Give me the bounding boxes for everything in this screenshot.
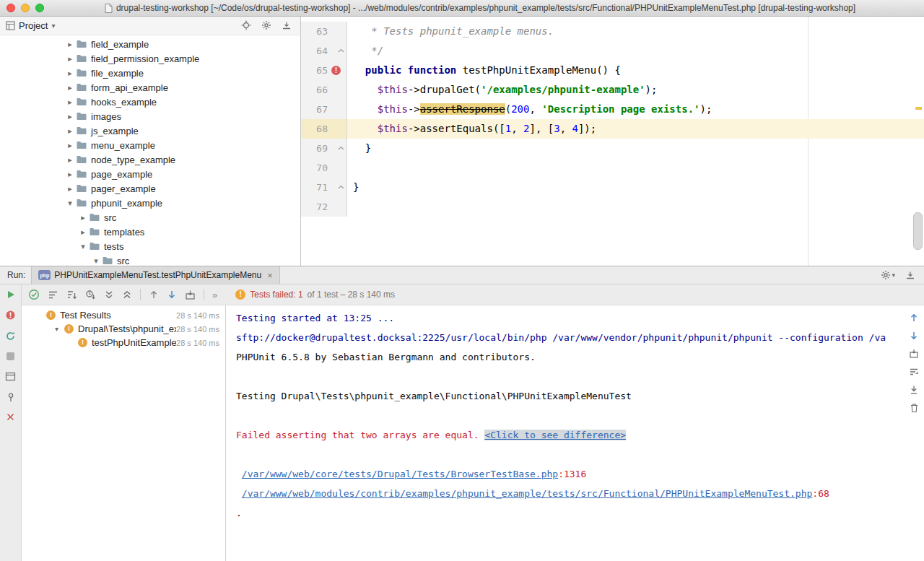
project-tree-item[interactable]: ▸js_example [0, 123, 300, 138]
export-console-icon[interactable] [909, 349, 919, 359]
toggle-auto-test-button[interactable] [5, 331, 16, 342]
code-text[interactable]: * Tests phpunit_example menus. [347, 22, 924, 41]
chevron-right-icon[interactable]: ▸ [65, 167, 75, 181]
console-link[interactable]: /var/www/web/modules/contrib/examples/ph… [242, 488, 813, 499]
project-tree-item[interactable]: ▾phpunit_example [0, 196, 300, 210]
zoom-window-button[interactable] [35, 4, 44, 12]
soft-wrap-icon[interactable] [909, 367, 919, 377]
code-line[interactable]: 65! public function testPhpUnitExampleMe… [301, 61, 924, 80]
code-text[interactable]: $this->assertEquals([1, 2], [3, 4]); [347, 119, 924, 139]
project-tree-item[interactable]: ▸field_permission_example [0, 51, 300, 66]
code-text[interactable] [347, 197, 924, 217]
next-failed-test-icon[interactable] [167, 290, 177, 300]
close-window-button[interactable] [6, 4, 15, 12]
warning-stripe-mark[interactable] [915, 107, 922, 110]
project-tree-item[interactable]: ▸file_example [0, 66, 300, 80]
project-tree-item[interactable]: ▸menu_example [0, 138, 300, 152]
restore-layout-button[interactable] [5, 371, 16, 382]
up-the-stack-trace-icon[interactable] [909, 313, 919, 323]
console-link[interactable]: <Click to see difference> [484, 430, 626, 440]
code-text[interactable]: public function testPhpUnitExampleMenu()… [347, 61, 924, 80]
project-tree-item[interactable]: ▸src [0, 210, 300, 225]
project-tree-item[interactable]: ▾tests [0, 239, 300, 253]
project-tree-item[interactable]: ▸form_api_example [0, 80, 300, 95]
code-text[interactable] [347, 158, 924, 178]
chevron-right-icon[interactable]: ▸ [65, 109, 75, 123]
project-tool-window-header[interactable]: Project ▾ [0, 16, 300, 35]
chevron-down-icon[interactable]: ▾ [78, 239, 88, 253]
import-test-results-icon[interactable] [185, 290, 196, 300]
show-ignored-icon[interactable] [48, 290, 58, 300]
chevron-down-icon[interactable]: ▾ [91, 253, 101, 266]
fold-marker-icon[interactable] [338, 146, 344, 150]
chevron-right-icon[interactable]: ▸ [78, 210, 88, 225]
rerun-failed-tests-button[interactable] [5, 310, 16, 321]
chevron-right-icon[interactable]: ▸ [65, 138, 75, 152]
chevron-right-icon[interactable]: ▸ [65, 37, 75, 51]
console-link[interactable]: /var/www/web/core/tests/Drupal/Tests/Bro… [242, 469, 558, 479]
sort-alphabetically-icon[interactable] [66, 290, 77, 300]
expand-all-icon[interactable] [104, 290, 114, 300]
clear-all-icon[interactable] [910, 403, 919, 413]
project-tree-item[interactable]: ▸templates [0, 225, 300, 239]
hide-passed-icon[interactable] [28, 289, 40, 300]
code-line[interactable]: 72 [301, 197, 924, 217]
test-tree-item[interactable]: !testPhpUnitExampleM28 s 140 ms [22, 336, 225, 349]
code-line[interactable]: 64 */ [301, 41, 924, 61]
sort-by-duration-icon[interactable] [85, 290, 96, 300]
chevron-right-icon[interactable]: ▸ [65, 123, 75, 138]
chevron-right-icon[interactable]: ▸ [65, 181, 75, 196]
rerun-button[interactable] [6, 290, 16, 300]
code-text[interactable]: } [347, 178, 924, 197]
close-panel-button[interactable] [6, 412, 15, 422]
chevron-right-icon[interactable]: ▸ [65, 95, 75, 109]
test-failed-gutter-icon[interactable]: ! [331, 66, 341, 75]
code-line[interactable]: 69 } [301, 139, 924, 158]
collapse-all-icon[interactable] [122, 290, 132, 300]
fold-marker-icon[interactable] [338, 48, 344, 53]
chevron-right-icon[interactable]: ▸ [65, 152, 75, 167]
code-text[interactable]: $this->drupalGet('/examples/phpunit-exam… [347, 80, 924, 100]
chevron-down-icon[interactable]: ▾ [51, 22, 55, 30]
fold-marker-icon[interactable] [338, 185, 344, 189]
code-line[interactable]: 71} [301, 178, 924, 197]
stop-button[interactable] [6, 352, 15, 361]
chevron-right-icon[interactable]: ▸ [78, 225, 88, 239]
pin-tab-button[interactable] [6, 392, 16, 402]
close-tab-icon[interactable]: × [267, 270, 273, 281]
code-text[interactable]: $this->assertResponse(200, 'Description … [347, 100, 924, 119]
gear-icon[interactable] [261, 20, 271, 30]
project-tree-item[interactable]: ▾src [0, 253, 300, 266]
code-line[interactable]: 63 * Tests phpunit_example menus. [301, 22, 924, 41]
chevron-right-icon[interactable]: ▸ [65, 51, 75, 66]
hide-panel-icon[interactable] [282, 20, 292, 30]
scroll-to-end-icon[interactable] [909, 385, 919, 395]
project-tree-item[interactable]: ▸field_example [0, 37, 300, 51]
code-text[interactable]: */ [347, 41, 924, 61]
chevron-right-icon[interactable]: ▸ [65, 80, 75, 95]
down-the-stack-trace-icon[interactable] [909, 331, 919, 341]
minimize-window-button[interactable] [21, 4, 30, 12]
toolbar-overflow-icon[interactable]: » [212, 290, 217, 300]
editor-scrollbar[interactable] [913, 212, 923, 250]
chevron-down-icon[interactable]: ▾ [65, 196, 75, 210]
code-line[interactable]: 66 $this->drupalGet('/examples/phpunit-e… [301, 80, 924, 100]
code-line[interactable]: 67 $this->assertResponse(200, 'Descripti… [301, 100, 924, 119]
project-tree-item[interactable]: ▸node_type_example [0, 152, 300, 167]
test-tree-item[interactable]: !Test Results28 s 140 ms [22, 308, 225, 322]
code-editor[interactable]: 63 * Tests phpunit_example menus.64 */65… [301, 16, 924, 266]
chevron-down-icon[interactable]: ▾ [55, 325, 64, 333]
project-tree-item[interactable]: ▸images [0, 109, 300, 123]
code-line[interactable]: 68 $this->assertEquals([1, 2], [3, 4]); [301, 119, 924, 139]
test-tree-item[interactable]: ▾!Drupal\Tests\phpunit_ex28 s 140 ms [22, 322, 225, 336]
console-output[interactable]: Testing started at 13:25 ...sftp://docke… [226, 305, 904, 561]
previous-failed-test-icon[interactable] [149, 290, 159, 300]
hide-panel-icon[interactable] [905, 270, 915, 280]
chevron-right-icon[interactable]: ▸ [65, 66, 75, 80]
code-text[interactable]: } [347, 139, 924, 158]
project-tree-item[interactable]: ▸hooks_example [0, 95, 300, 109]
locate-file-icon[interactable] [241, 20, 251, 30]
project-tree-item[interactable]: ▸page_example [0, 167, 300, 181]
project-tree-item[interactable]: ▸pager_example [0, 181, 300, 196]
code-line[interactable]: 70 [301, 158, 924, 178]
